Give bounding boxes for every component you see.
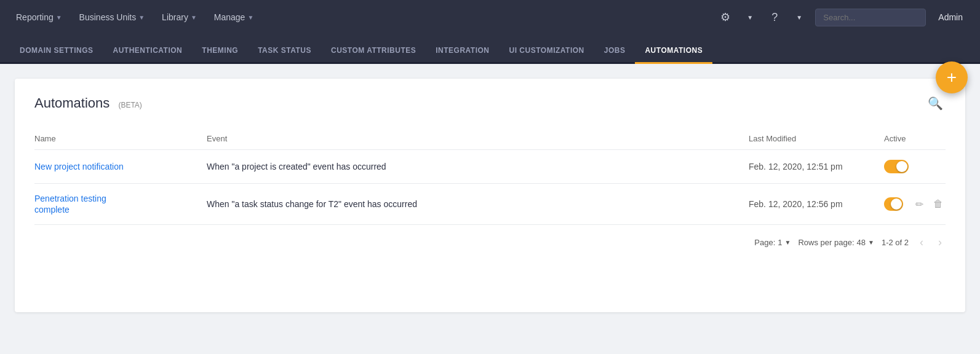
row1-name[interactable]: New project notification xyxy=(34,162,207,171)
page-value: 1 xyxy=(778,238,782,247)
row2-event: When "a task status change for T2" event… xyxy=(207,199,749,209)
table-row: New project notification When "a project… xyxy=(34,150,946,184)
brand-arrow-icon: ▼ xyxy=(56,14,62,21)
tab-automations[interactable]: AUTOMATIONS xyxy=(635,46,712,64)
add-automation-button[interactable]: + xyxy=(936,61,968,93)
row1-active-toggle[interactable] xyxy=(884,160,909,173)
row2-name[interactable]: Penetration testing complete xyxy=(34,194,207,214)
page-title: Automations (BETA) xyxy=(34,95,142,111)
row2-actions: ✏ 🗑 xyxy=(913,196,946,213)
nav-library-label: Library xyxy=(162,12,188,22)
nav-manage-label: Manage xyxy=(214,12,245,22)
row2-name-line1: Penetration testing xyxy=(34,194,207,203)
col-header-event: Event xyxy=(207,134,749,143)
next-page-button[interactable]: › xyxy=(934,235,946,250)
rows-per-page-dropdown[interactable]: 48 ▼ xyxy=(857,238,874,247)
top-nav-icons: ⚙ ▼ ? ▼ xyxy=(714,6,810,28)
tab-task-status[interactable]: TASK STATUS xyxy=(248,46,321,64)
top-nav: Reporting ▼ Business Units ▼ Library ▼ M… xyxy=(0,0,980,34)
search-input[interactable] xyxy=(815,9,926,26)
beta-badge: (BETA) xyxy=(118,101,141,109)
col-header-last-modified: Last Modified xyxy=(749,134,884,143)
row2-active-toggle[interactable] xyxy=(884,197,903,211)
nav-library[interactable]: Library ▼ xyxy=(156,9,203,26)
row2-last-modified: Feb. 12, 2020, 12:56 pm xyxy=(749,199,884,209)
row2-active-cell: ✏ 🗑 xyxy=(884,196,946,213)
row1-last-modified: Feb. 12, 2020, 12:51 pm xyxy=(749,162,884,171)
settings-button[interactable]: ⚙ xyxy=(714,6,736,28)
row1-event: When "a project is created" event has oc… xyxy=(207,162,749,171)
prev-page-button[interactable]: ‹ xyxy=(916,235,927,250)
nav-business-units-arrow-icon: ▼ xyxy=(138,14,145,21)
nav-business-units[interactable]: Business Units ▼ xyxy=(73,9,151,26)
tab-custom-attributes[interactable]: CUSTOM ATTRIBUTES xyxy=(321,46,426,64)
page-label: Page: xyxy=(754,238,775,247)
row1-active-cell xyxy=(884,160,946,173)
brand-link[interactable]: Reporting ▼ xyxy=(10,9,68,26)
col-header-active: Active xyxy=(884,134,946,143)
rows-per-page-label: Rows per page: xyxy=(798,238,854,247)
tab-domain-settings[interactable]: DOMAIN SETTINGS xyxy=(10,46,103,64)
page-header: Automations (BETA) 🔍 xyxy=(34,93,946,113)
admin-label: Admin xyxy=(931,12,970,22)
page-title-text: Automations xyxy=(34,95,110,111)
nav-business-units-label: Business Units xyxy=(79,12,137,22)
settings-arrow-icon[interactable]: ▼ xyxy=(739,6,761,28)
rows-per-page-value: 48 xyxy=(857,238,866,247)
tab-integration[interactable]: INTEGRATION xyxy=(426,46,499,64)
row2-name-multiline: Penetration testing complete xyxy=(34,194,207,214)
table-search-button[interactable]: 🔍 xyxy=(925,93,946,113)
rows-per-page-control: Rows per page: 48 ▼ xyxy=(798,238,874,247)
nav-manage-arrow-icon: ▼ xyxy=(247,14,253,21)
page-dropdown-arrow-icon: ▼ xyxy=(785,239,791,246)
page-dropdown[interactable]: 1 ▼ xyxy=(778,238,791,247)
main-content: Automations (BETA) 🔍 Name Event Last Mod… xyxy=(15,79,965,312)
help-button[interactable]: ? xyxy=(763,6,786,28)
pagination: Page: 1 ▼ Rows per page: 48 ▼ 1-2 of 2 ‹… xyxy=(34,225,946,253)
brand-label: Reporting xyxy=(16,12,54,22)
pagination-range: 1-2 of 2 xyxy=(882,238,909,247)
tab-ui-customization[interactable]: UI CUSTOMIZATION xyxy=(500,46,594,64)
sub-nav: DOMAIN SETTINGS AUTHENTICATION THEMING T… xyxy=(0,34,980,64)
tab-theming[interactable]: THEMING xyxy=(192,46,248,64)
page-control: Page: 1 ▼ xyxy=(754,238,791,247)
automations-table: Name Event Last Modified Active New proj… xyxy=(34,128,946,225)
fab-container: + xyxy=(936,61,968,93)
tab-jobs[interactable]: JOBS xyxy=(594,46,635,64)
table-header: Name Event Last Modified Active xyxy=(34,128,946,150)
help-arrow-icon[interactable]: ▼ xyxy=(788,6,810,28)
table-row: Penetration testing complete When "a tas… xyxy=(34,184,946,225)
row2-edit-icon[interactable]: ✏ xyxy=(913,196,926,213)
nav-library-arrow-icon: ▼ xyxy=(191,14,197,21)
row2-name-line2: complete xyxy=(34,205,207,214)
row2-delete-icon[interactable]: 🗑 xyxy=(931,196,946,212)
rows-per-page-arrow-icon: ▼ xyxy=(868,239,874,246)
col-header-name: Name xyxy=(34,134,207,143)
tab-authentication[interactable]: AUTHENTICATION xyxy=(103,46,193,64)
nav-manage[interactable]: Manage ▼ xyxy=(208,9,260,26)
